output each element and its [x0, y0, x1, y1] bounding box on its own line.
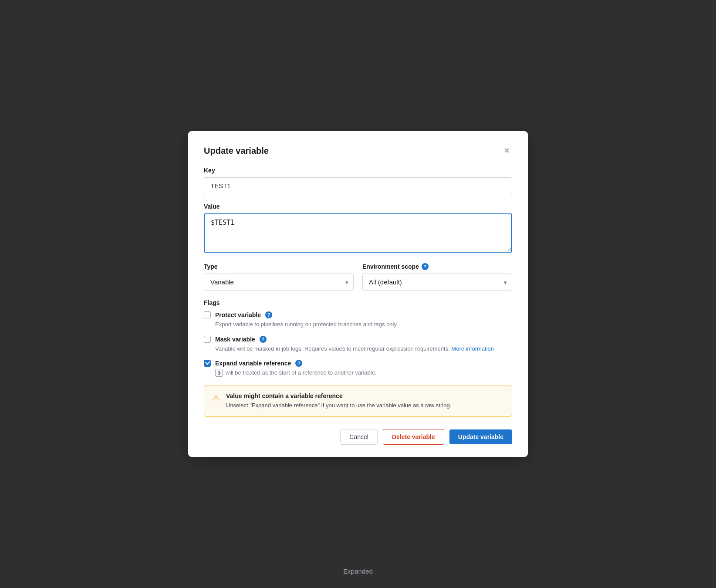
- type-select[interactable]: Variable File: [204, 274, 354, 291]
- expand-variable-label[interactable]: Expand variable reference: [215, 360, 291, 367]
- modal-title: Update variable: [204, 146, 269, 156]
- close-button[interactable]: ×: [501, 145, 512, 156]
- key-label: Key: [204, 167, 512, 174]
- expand-variable-description: $ will be treated as the start of a refe…: [215, 368, 512, 377]
- mask-variable-checkbox[interactable]: [204, 336, 211, 343]
- expand-help-icon[interactable]: ?: [295, 360, 302, 367]
- env-scope-field-group: Environment scope ? All (default) produc…: [362, 263, 512, 291]
- protect-variable-label[interactable]: Protect variable: [215, 311, 261, 318]
- flags-title: Flags: [204, 299, 512, 306]
- warning-content: Value might contain a variable reference…: [226, 392, 451, 410]
- mask-variable-label[interactable]: Mask variable: [215, 336, 255, 343]
- protect-flag-item: Protect variable ? Export variable to pi…: [204, 311, 512, 329]
- env-scope-label: Environment scope: [362, 263, 419, 270]
- expand-desc-text: will be treated as the start of a refere…: [226, 369, 377, 376]
- warning-box: ⚠ Value might contain a variable referen…: [204, 385, 512, 417]
- value-input[interactable]: $TEST1: [204, 213, 512, 253]
- modal-footer: Cancel Delete variable Update variable: [204, 429, 512, 445]
- protect-help-icon[interactable]: ?: [265, 311, 272, 318]
- key-input[interactable]: [204, 177, 512, 194]
- mask-flag-item: Mask variable ? Variable will be masked …: [204, 336, 512, 353]
- type-field-group: Type Variable File ▾: [204, 263, 354, 291]
- delete-variable-button[interactable]: Delete variable: [383, 429, 444, 445]
- mask-help-icon[interactable]: ?: [260, 336, 267, 343]
- modal-backdrop: Update variable × Key Value $TEST1 Type …: [0, 0, 716, 588]
- mask-flag-row: Mask variable ?: [204, 336, 512, 343]
- expand-variable-checkbox[interactable]: [204, 360, 211, 367]
- expand-flag-item: Expand variable reference ? $ will be tr…: [204, 360, 512, 377]
- update-variable-modal: Update variable × Key Value $TEST1 Type …: [188, 131, 528, 457]
- type-env-row: Type Variable File ▾ Environment scope ?…: [204, 263, 512, 291]
- bottom-text: Expanded: [343, 568, 373, 575]
- warning-title: Value might contain a variable reference: [226, 392, 451, 399]
- warning-body: Unselect "Expand variable reference" if …: [226, 401, 451, 410]
- value-field-group: Value $TEST1: [204, 203, 512, 254]
- update-variable-button[interactable]: Update variable: [449, 429, 512, 444]
- type-label: Type: [204, 263, 354, 270]
- protect-variable-checkbox[interactable]: [204, 311, 211, 318]
- protect-variable-description: Export variable to pipelines running on …: [215, 320, 512, 329]
- env-scope-select[interactable]: All (default) production staging develop…: [362, 274, 512, 291]
- flags-section: Flags Protect variable ? Export variable…: [204, 299, 512, 377]
- more-information-link[interactable]: More information: [451, 345, 494, 352]
- protect-flag-row: Protect variable ?: [204, 311, 512, 318]
- dollar-badge: $: [215, 369, 223, 377]
- value-label: Value: [204, 203, 512, 210]
- modal-header: Update variable ×: [204, 145, 512, 156]
- env-scope-label-row: Environment scope ?: [362, 263, 512, 270]
- warning-icon: ⚠: [212, 393, 220, 403]
- cancel-button[interactable]: Cancel: [340, 429, 378, 445]
- expand-flag-row: Expand variable reference ?: [204, 360, 512, 367]
- mask-variable-description: Variable will be masked in job logs. Req…: [215, 345, 512, 353]
- key-field-group: Key: [204, 167, 512, 194]
- env-scope-select-wrapper: All (default) production staging develop…: [362, 274, 512, 291]
- type-select-wrapper: Variable File ▾: [204, 274, 354, 291]
- mask-desc-text: Variable will be masked in job logs. Req…: [215, 345, 450, 352]
- env-scope-help-icon[interactable]: ?: [422, 263, 429, 270]
